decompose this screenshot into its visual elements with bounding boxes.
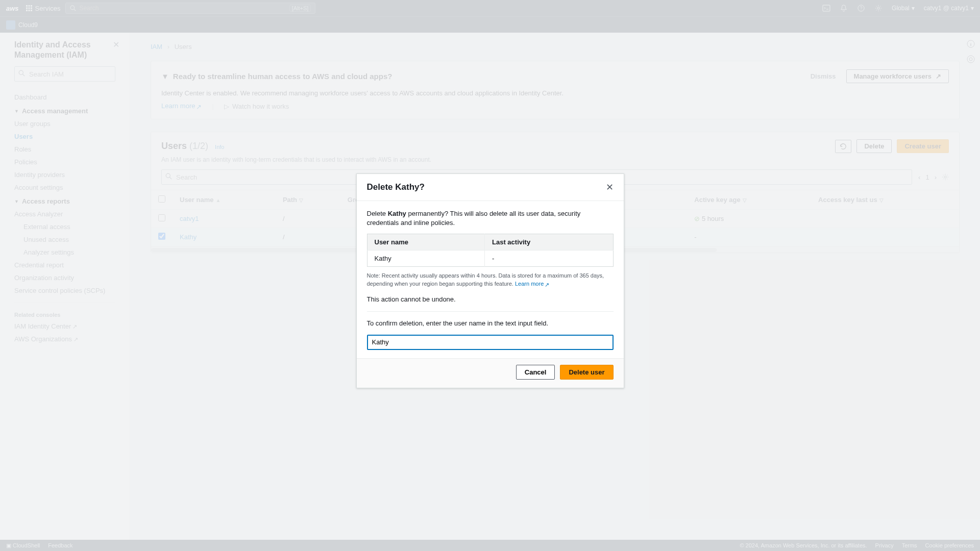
modal-row: Kathy - [367,251,613,267]
modal-overlay[interactable]: Delete Kathy? ✕ Delete Kathy permanently… [0,0,980,551]
modal-description: Delete Kathy permanently? This will also… [367,209,614,228]
confirm-username-input[interactable] [367,335,614,350]
modal-th-username: User name [367,234,485,251]
modal-note: Note: Recent activity usually appears wi… [367,272,614,289]
divider [367,311,614,312]
modal-title: Delete Kathy? [367,182,425,192]
modal-confirm-label: To confirm deletion, enter the user name… [367,319,614,328]
delete-user-button[interactable]: Delete user [560,365,613,380]
close-icon[interactable]: ✕ [606,183,614,192]
external-link-icon: ↗ [545,281,549,289]
modal-th-activity: Last activity [485,234,613,251]
cancel-button[interactable]: Cancel [516,365,555,380]
learn-more-link[interactable]: Learn more↗ [515,281,549,287]
modal-user-table: User name Last activity Kathy - [367,234,614,267]
delete-user-modal: Delete Kathy? ✕ Delete Kathy permanently… [356,173,624,388]
modal-undone: This action cannot be undone. [367,295,614,304]
